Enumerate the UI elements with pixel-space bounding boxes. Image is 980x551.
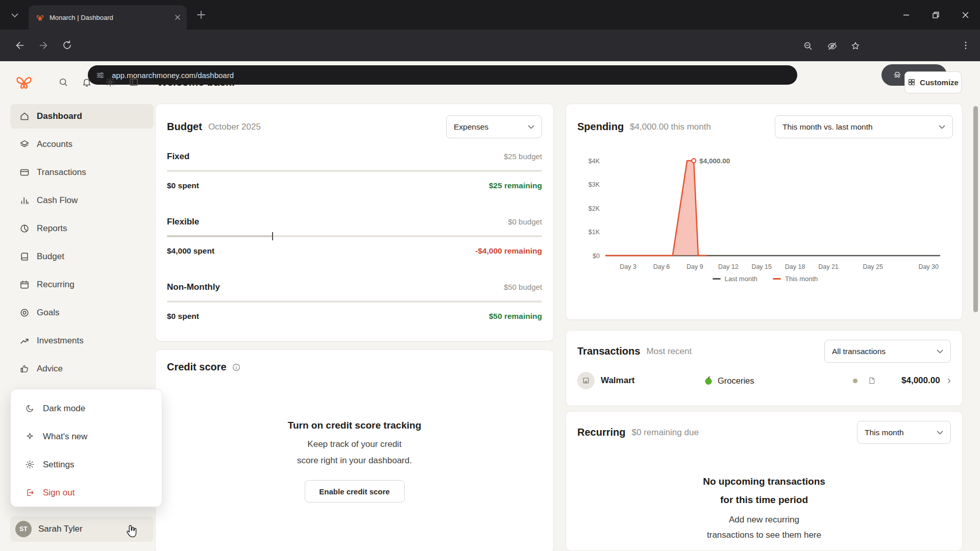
sidebar-item-transactions[interactable]: Transactions	[10, 160, 154, 185]
calendar-icon	[19, 280, 30, 290]
svg-text:$1K: $1K	[589, 229, 600, 236]
budget-progress-bar	[167, 300, 542, 303]
legend-label: Last month	[725, 275, 757, 283]
tab-close-icon[interactable]	[175, 14, 181, 20]
sidebar-item-budget[interactable]: Budget	[10, 244, 154, 269]
page-title: Welcome back!	[157, 76, 235, 88]
note-icon	[868, 377, 876, 385]
user-menu-popup: Dark mode What's new Settings Sign out	[10, 389, 162, 507]
monarch-favicon	[36, 13, 44, 22]
budget-filter-select[interactable]: Expenses	[446, 115, 542, 138]
budget-row-name: Non-Monthly	[167, 282, 220, 292]
user-profile-button[interactable]: ST Sarah Tyler	[10, 516, 154, 542]
enable-credit-score-button[interactable]: Enable credit score	[305, 480, 405, 503]
avatar: ST	[15, 521, 32, 537]
budget-row-flexible: Flexible $0 budget $4,000 spent -$4,000 …	[167, 217, 542, 258]
sidebar-item-dashboard[interactable]: Dashboard	[10, 104, 154, 129]
info-icon[interactable]	[232, 363, 241, 372]
window-controls	[891, 0, 980, 30]
sidebar-item-investments[interactable]: Investments	[10, 329, 154, 353]
search-button[interactable]	[58, 77, 68, 87]
sidebar-item-label: Budget	[37, 252, 64, 262]
sidebar-item-accounts[interactable]: Accounts	[10, 132, 154, 157]
settings-gear-button[interactable]	[105, 77, 115, 87]
back-button[interactable]	[14, 40, 26, 51]
recurring-subtitle: $0 remaining due	[631, 428, 698, 438]
legend-label: This month	[785, 275, 818, 283]
transactions-subtitle: Most recent	[646, 346, 692, 357]
budget-card: Budget October 2025 Expenses Fixed $25 b…	[155, 104, 554, 341]
svg-text:Day 21: Day 21	[818, 263, 839, 270]
menu-item-dark-mode[interactable]: Dark mode	[11, 394, 162, 422]
budget-row-remaining: -$4,000 remaining	[475, 246, 542, 258]
app-header: Welcome back! Customize	[0, 61, 980, 103]
budget-row-spent: $0 spent	[167, 312, 199, 323]
transactions-filter-select[interactable]: All transactions	[824, 340, 951, 363]
customize-button[interactable]: Customize	[904, 71, 962, 93]
transactions-filter-value: All transactions	[832, 347, 886, 356]
chevron-right-icon[interactable]: ›	[947, 375, 951, 386]
credit-body: Keep track of your credit score right in…	[167, 436, 542, 469]
sidebar-item-reports[interactable]: Reports	[10, 216, 154, 241]
credit-headline: Turn on credit score tracking	[167, 420, 542, 431]
page-scrollbar-thumb[interactable]	[973, 106, 978, 312]
sidebar-item-advice[interactable]: Advice	[10, 357, 154, 381]
budget-row-fixed: Fixed $25 budget $0 spent $25 remaining	[167, 152, 542, 192]
menu-item-whats-new[interactable]: What's new	[11, 422, 162, 450]
recurring-card: Recurring $0 remaining due This month No…	[566, 411, 963, 551]
chevron-down-icon	[11, 13, 18, 18]
tab-search-button[interactable]	[7, 8, 22, 23]
budget-row-remaining: $25 remaining	[489, 181, 542, 192]
layers-icon	[19, 139, 30, 149]
spending-filter-select[interactable]: This month vs. last month	[775, 115, 953, 138]
user-name: Sarah Tyler	[38, 524, 83, 534]
budget-row-non-monthly: Non-Monthly $50 budget $0 spent $50 rema…	[167, 282, 542, 323]
notifications-bell-button[interactable]	[82, 77, 92, 87]
svg-text:Day 18: Day 18	[785, 263, 805, 270]
sidebar-item-goals[interactable]: Goals	[10, 300, 154, 325]
menu-item-label: Settings	[43, 460, 74, 470]
sidebar-item-cash-flow[interactable]: Cash Flow	[10, 188, 154, 213]
svg-text:Day 25: Day 25	[863, 263, 883, 270]
svg-text:Day 15: Day 15	[751, 263, 772, 270]
sidebar-item-label: Goals	[37, 308, 59, 318]
menu-item-label: What's new	[43, 432, 87, 442]
window-close-button[interactable]	[950, 0, 980, 30]
browser-menu-icon[interactable]	[961, 40, 971, 51]
menu-item-settings[interactable]: Settings	[11, 450, 162, 479]
svg-text:Day 9: Day 9	[687, 263, 703, 270]
new-tab-button[interactable]	[195, 9, 207, 21]
recurring-filter-value: This month	[865, 428, 904, 437]
svg-text:Day 3: Day 3	[620, 263, 636, 270]
window-minimize-button[interactable]	[891, 0, 921, 30]
reload-button[interactable]	[62, 40, 72, 51]
chevron-down-icon	[528, 125, 534, 129]
grid-icon	[908, 78, 916, 86]
bookmark-star-icon[interactable]	[850, 41, 861, 51]
eye-off-icon[interactable]	[827, 41, 838, 52]
menu-item-sign-out[interactable]: Sign out	[11, 479, 162, 507]
monarch-logo[interactable]	[14, 72, 34, 92]
budget-filter-value: Expenses	[454, 122, 488, 132]
svg-text:Day 30: Day 30	[918, 263, 939, 270]
window-restore-button[interactable]	[921, 0, 950, 30]
svg-text:Day 12: Day 12	[718, 263, 739, 270]
sidebar-toggle-button[interactable]	[129, 77, 139, 87]
svg-text:$4K: $4K	[589, 158, 600, 165]
forward-button[interactable]	[38, 40, 49, 51]
transaction-row[interactable]: Walmart Groceries $4,000.00 ›	[577, 372, 951, 389]
sparkle-icon	[25, 432, 35, 441]
thumbs-up-icon	[19, 364, 30, 374]
transactions-card: Transactions Most recent All transaction…	[566, 330, 963, 406]
pie-chart-icon	[19, 223, 30, 234]
budget-row-spent: $4,000 spent	[167, 246, 214, 258]
sidebar-item-recurring[interactable]: Recurring	[10, 272, 154, 297]
groceries-apple-icon	[704, 376, 713, 385]
customize-label: Customize	[920, 78, 959, 87]
header-icon-group	[58, 77, 139, 87]
recurring-filter-select[interactable]: This month	[857, 421, 951, 444]
sidebar-item-label: Dashboard	[37, 111, 82, 121]
spending-line-chart: $0$1K$2K$3K$4KDay 3Day 6Day 9Day 12Day 1…	[577, 145, 955, 274]
zoom-icon[interactable]	[803, 41, 813, 51]
browser-tab-monarch[interactable]: Monarch | Dashboard	[29, 5, 187, 30]
